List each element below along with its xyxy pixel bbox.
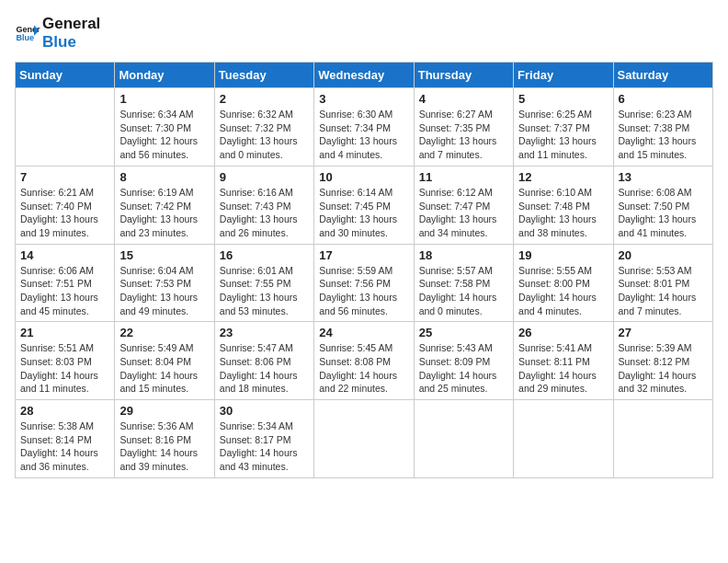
calendar-cell [314,400,414,478]
day-info: Sunrise: 5:43 AM Sunset: 8:09 PM Dayligh… [419,341,508,396]
calendar-week-row: 28Sunrise: 5:38 AM Sunset: 8:14 PM Dayli… [16,400,713,478]
calendar-cell: 18Sunrise: 5:57 AM Sunset: 7:58 PM Dayli… [414,244,513,322]
calendar-cell: 16Sunrise: 6:01 AM Sunset: 7:55 PM Dayli… [214,244,313,322]
day-info: Sunrise: 6:10 AM Sunset: 7:48 PM Dayligh… [518,186,608,240]
logo-line2: Blue [42,33,100,52]
day-info: Sunrise: 5:38 AM Sunset: 8:14 PM Dayligh… [20,419,109,474]
day-number: 11 [419,170,508,184]
calendar-cell: 10Sunrise: 6:14 AM Sunset: 7:45 PM Dayli… [314,166,414,244]
calendar-cell: 7Sunrise: 6:21 AM Sunset: 7:40 PM Daylig… [16,166,115,244]
logo-icon: General Blue [15,20,40,46]
day-info: Sunrise: 6:27 AM Sunset: 7:35 PM Dayligh… [419,108,508,162]
day-number: 8 [119,170,209,184]
calendar-cell: 19Sunrise: 5:55 AM Sunset: 8:00 PM Dayli… [514,244,613,322]
day-info: Sunrise: 5:36 AM Sunset: 8:16 PM Dayligh… [119,419,209,474]
day-number: 7 [20,170,109,184]
calendar-cell [414,400,513,478]
day-info: Sunrise: 6:06 AM Sunset: 7:51 PM Dayligh… [20,264,109,318]
calendar-cell [613,400,712,478]
calendar-cell: 5Sunrise: 6:25 AM Sunset: 7:37 PM Daylig… [514,88,613,167]
day-info: Sunrise: 5:39 AM Sunset: 8:12 PM Dayligh… [619,341,708,396]
day-number: 12 [518,170,608,184]
calendar-cell: 30Sunrise: 5:34 AM Sunset: 8:17 PM Dayli… [214,400,313,478]
day-info: Sunrise: 5:55 AM Sunset: 8:00 PM Dayligh… [518,264,608,318]
calendar-cell: 11Sunrise: 6:12 AM Sunset: 7:47 PM Dayli… [414,166,513,244]
calendar-cell: 9Sunrise: 6:16 AM Sunset: 7:43 PM Daylig… [214,166,313,244]
calendar-cell: 17Sunrise: 5:59 AM Sunset: 7:56 PM Dayli… [314,244,414,322]
calendar-cell: 25Sunrise: 5:43 AM Sunset: 8:09 PM Dayli… [414,322,513,400]
day-number: 21 [20,326,109,339]
day-info: Sunrise: 6:23 AM Sunset: 7:38 PM Dayligh… [619,108,708,162]
calendar-cell: 28Sunrise: 5:38 AM Sunset: 8:14 PM Dayli… [16,400,115,478]
day-number: 9 [220,170,309,184]
day-number: 15 [119,248,209,262]
svg-text:Blue: Blue [16,33,34,42]
calendar-cell: 15Sunrise: 6:04 AM Sunset: 7:53 PM Dayli… [115,244,214,322]
day-info: Sunrise: 5:41 AM Sunset: 8:11 PM Dayligh… [518,341,608,396]
day-info: Sunrise: 5:57 AM Sunset: 7:58 PM Dayligh… [419,264,508,318]
day-info: Sunrise: 5:59 AM Sunset: 7:56 PM Dayligh… [319,264,408,318]
day-number: 3 [319,92,408,106]
calendar-cell: 6Sunrise: 6:23 AM Sunset: 7:38 PM Daylig… [613,88,712,167]
calendar-cell: 8Sunrise: 6:19 AM Sunset: 7:42 PM Daylig… [115,166,214,244]
calendar-cell: 13Sunrise: 6:08 AM Sunset: 7:50 PM Dayli… [613,166,712,244]
calendar-week-row: 1Sunrise: 6:34 AM Sunset: 7:30 PM Daylig… [16,88,713,167]
calendar-cell: 2Sunrise: 6:32 AM Sunset: 7:32 PM Daylig… [214,88,313,167]
day-number: 24 [319,326,408,339]
calendar-body: 1Sunrise: 6:34 AM Sunset: 7:30 PM Daylig… [16,88,713,478]
day-info: Sunrise: 5:34 AM Sunset: 8:17 PM Dayligh… [220,419,309,474]
calendar-cell: 29Sunrise: 5:36 AM Sunset: 8:16 PM Dayli… [115,400,214,478]
day-number: 25 [419,326,508,339]
weekday-header: Sunday [16,63,115,88]
day-info: Sunrise: 6:16 AM Sunset: 7:43 PM Dayligh… [220,186,309,240]
day-number: 10 [319,170,408,184]
calendar-cell: 21Sunrise: 5:51 AM Sunset: 8:03 PM Dayli… [16,322,115,400]
day-number: 23 [220,326,309,339]
day-number: 19 [518,248,608,262]
calendar-cell [514,400,613,478]
day-number: 14 [20,248,109,262]
day-info: Sunrise: 5:47 AM Sunset: 8:06 PM Dayligh… [220,341,309,396]
weekday-header: Tuesday [214,63,313,88]
calendar-header-row: SundayMondayTuesdayWednesdayThursdayFrid… [16,63,713,88]
calendar-cell: 24Sunrise: 5:45 AM Sunset: 8:08 PM Dayli… [314,322,414,400]
day-number: 4 [419,92,508,106]
calendar-cell: 23Sunrise: 5:47 AM Sunset: 8:06 PM Dayli… [214,322,313,400]
day-number: 27 [619,326,708,339]
calendar-cell [16,88,115,167]
day-number: 29 [119,404,209,418]
calendar-cell: 14Sunrise: 6:06 AM Sunset: 7:51 PM Dayli… [16,244,115,322]
weekday-header: Saturday [613,63,712,88]
day-number: 13 [619,170,708,184]
day-number: 16 [220,248,309,262]
day-info: Sunrise: 6:08 AM Sunset: 7:50 PM Dayligh… [619,186,708,240]
day-info: Sunrise: 5:53 AM Sunset: 8:01 PM Dayligh… [619,264,708,318]
calendar-cell: 3Sunrise: 6:30 AM Sunset: 7:34 PM Daylig… [314,88,414,167]
calendar-week-row: 14Sunrise: 6:06 AM Sunset: 7:51 PM Dayli… [16,244,713,322]
weekday-header: Monday [115,63,214,88]
day-info: Sunrise: 6:14 AM Sunset: 7:45 PM Dayligh… [319,186,408,240]
day-number: 5 [518,92,608,106]
day-info: Sunrise: 6:21 AM Sunset: 7:40 PM Dayligh… [20,186,109,240]
day-number: 28 [20,404,109,418]
day-info: Sunrise: 6:12 AM Sunset: 7:47 PM Dayligh… [419,186,508,240]
day-info: Sunrise: 6:34 AM Sunset: 7:30 PM Dayligh… [119,108,209,162]
day-info: Sunrise: 6:32 AM Sunset: 7:32 PM Dayligh… [220,108,309,162]
day-info: Sunrise: 6:25 AM Sunset: 7:37 PM Dayligh… [518,108,608,162]
calendar-cell: 4Sunrise: 6:27 AM Sunset: 7:35 PM Daylig… [414,88,513,167]
day-info: Sunrise: 5:51 AM Sunset: 8:03 PM Dayligh… [20,341,109,396]
day-number: 2 [220,92,309,106]
calendar-week-row: 21Sunrise: 5:51 AM Sunset: 8:03 PM Dayli… [16,322,713,400]
day-info: Sunrise: 6:01 AM Sunset: 7:55 PM Dayligh… [220,264,309,318]
weekday-header: Thursday [414,63,513,88]
calendar-cell: 20Sunrise: 5:53 AM Sunset: 8:01 PM Dayli… [613,244,712,322]
day-number: 17 [319,248,408,262]
day-info: Sunrise: 6:04 AM Sunset: 7:53 PM Dayligh… [119,264,209,318]
calendar-table: SundayMondayTuesdayWednesdayThursdayFrid… [15,62,713,478]
calendar-cell: 22Sunrise: 5:49 AM Sunset: 8:04 PM Dayli… [115,322,214,400]
calendar-cell: 26Sunrise: 5:41 AM Sunset: 8:11 PM Dayli… [514,322,613,400]
day-number: 6 [619,92,708,106]
logo-line1: General [42,15,100,33]
day-info: Sunrise: 5:49 AM Sunset: 8:04 PM Dayligh… [119,341,209,396]
day-number: 20 [619,248,708,262]
